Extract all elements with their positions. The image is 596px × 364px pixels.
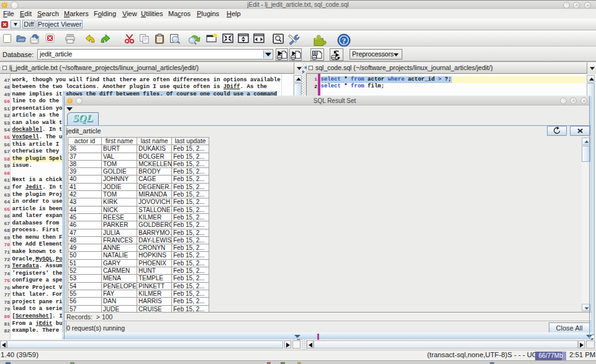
- svg-text:?: ?: [342, 36, 346, 45]
